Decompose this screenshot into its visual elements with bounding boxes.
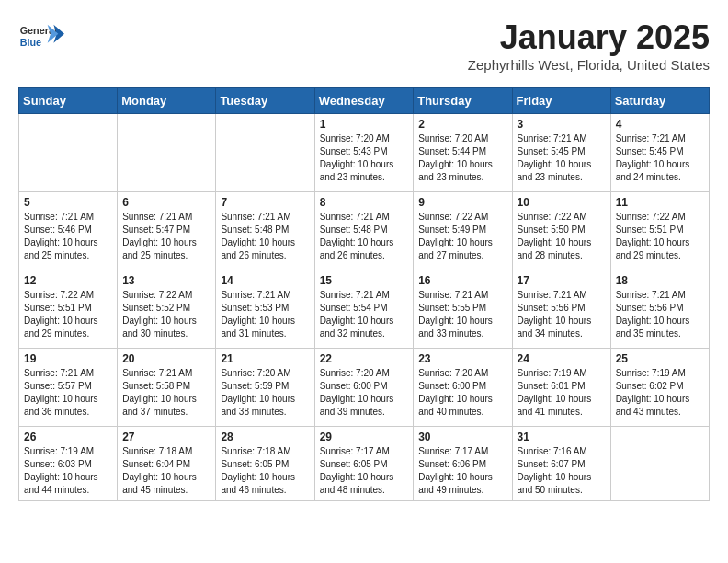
calendar-cell: 28Sunrise: 7:18 AM Sunset: 6:05 PM Dayli… [216,427,314,501]
day-info: Sunrise: 7:21 AM Sunset: 5:57 PM Dayligh… [24,367,112,419]
weekday-header-friday: Friday [512,88,610,114]
day-info: Sunrise: 7:18 AM Sunset: 6:05 PM Dayligh… [221,445,309,497]
calendar-cell: 12Sunrise: 7:22 AM Sunset: 5:51 PM Dayli… [19,270,118,349]
day-number: 8 [320,196,409,209]
location: Zephyrhills West, Florida, United States [468,57,710,73]
day-number: 1 [320,118,409,131]
calendar-cell: 11Sunrise: 7:22 AM Sunset: 5:51 PM Dayli… [610,192,709,270]
calendar-cell: 16Sunrise: 7:21 AM Sunset: 5:55 PM Dayli… [414,270,512,349]
week-row-1: 1Sunrise: 7:20 AM Sunset: 5:43 PM Daylig… [19,114,710,192]
day-number: 14 [221,274,309,287]
calendar-cell: 7Sunrise: 7:21 AM Sunset: 5:48 PM Daylig… [216,192,314,270]
title-block: January 2025 Zephyrhills West, Florida, … [468,18,710,73]
calendar-cell: 8Sunrise: 7:21 AM Sunset: 5:48 PM Daylig… [314,192,414,270]
day-number: 31 [518,431,606,443]
day-number: 3 [518,118,606,131]
day-number: 7 [221,196,309,209]
calendar-cell: 4Sunrise: 7:21 AM Sunset: 5:45 PM Daylig… [610,114,709,192]
day-info: Sunrise: 7:17 AM Sunset: 6:06 PM Dayligh… [418,445,506,497]
week-row-4: 19Sunrise: 7:21 AM Sunset: 5:57 PM Dayli… [19,349,710,427]
day-number: 28 [221,431,309,443]
month-title: January 2025 [468,18,710,57]
day-info: Sunrise: 7:21 AM Sunset: 5:58 PM Dayligh… [122,367,210,419]
day-info: Sunrise: 7:17 AM Sunset: 6:05 PM Dayligh… [320,445,409,497]
day-number: 29 [320,431,409,443]
day-number: 9 [418,196,506,209]
calendar-cell: 9Sunrise: 7:22 AM Sunset: 5:49 PM Daylig… [414,192,512,270]
calendar-cell: 18Sunrise: 7:21 AM Sunset: 5:56 PM Dayli… [610,270,709,349]
day-number: 10 [518,196,606,209]
day-info: Sunrise: 7:21 AM Sunset: 5:53 PM Dayligh… [221,289,309,340]
calendar-cell: 1Sunrise: 7:20 AM Sunset: 5:43 PM Daylig… [314,114,414,192]
day-number: 17 [518,274,606,287]
day-info: Sunrise: 7:21 AM Sunset: 5:55 PM Dayligh… [418,289,506,340]
day-info: Sunrise: 7:19 AM Sunset: 6:01 PM Dayligh… [518,367,606,419]
day-info: Sunrise: 7:21 AM Sunset: 5:47 PM Dayligh… [122,211,210,262]
calendar-cell: 26Sunrise: 7:19 AM Sunset: 6:03 PM Dayli… [19,427,118,501]
day-info: Sunrise: 7:16 AM Sunset: 6:07 PM Dayligh… [518,445,606,497]
weekday-header-sunday: Sunday [19,88,118,114]
day-number: 18 [616,274,704,287]
day-info: Sunrise: 7:22 AM Sunset: 5:50 PM Dayligh… [518,211,606,262]
day-info: Sunrise: 7:19 AM Sunset: 6:03 PM Dayligh… [24,445,112,497]
weekday-header-monday: Monday [118,88,216,114]
calendar-cell [19,114,118,192]
day-number: 12 [24,274,112,287]
calendar-cell: 30Sunrise: 7:17 AM Sunset: 6:06 PM Dayli… [414,427,512,501]
calendar-cell: 2Sunrise: 7:20 AM Sunset: 5:44 PM Daylig… [414,114,512,192]
calendar-cell: 5Sunrise: 7:21 AM Sunset: 5:46 PM Daylig… [19,192,118,270]
calendar-cell: 31Sunrise: 7:16 AM Sunset: 6:07 PM Dayli… [512,427,610,501]
day-info: Sunrise: 7:20 AM Sunset: 5:44 PM Dayligh… [418,132,506,184]
calendar-table: SundayMondayTuesdayWednesdayThursdayFrid… [18,87,710,501]
weekday-header-tuesday: Tuesday [216,88,314,114]
calendar-cell: 21Sunrise: 7:20 AM Sunset: 5:59 PM Dayli… [216,349,314,427]
page-header: General Blue January 2025 Zephyrhills We… [18,18,710,73]
day-number: 6 [122,196,210,209]
day-number: 26 [24,431,112,443]
calendar-cell: 29Sunrise: 7:17 AM Sunset: 6:05 PM Dayli… [314,427,414,501]
svg-text:Blue: Blue [20,37,41,48]
calendar-cell: 17Sunrise: 7:21 AM Sunset: 5:56 PM Dayli… [512,270,610,349]
day-info: Sunrise: 7:22 AM Sunset: 5:52 PM Dayligh… [122,289,210,340]
calendar-cell [216,114,314,192]
day-info: Sunrise: 7:21 AM Sunset: 5:54 PM Dayligh… [320,289,409,340]
calendar-cell [118,114,216,192]
day-number: 5 [24,196,112,209]
day-number: 11 [616,196,704,209]
week-row-2: 5Sunrise: 7:21 AM Sunset: 5:46 PM Daylig… [19,192,710,270]
day-number: 19 [24,352,112,365]
calendar-cell: 3Sunrise: 7:21 AM Sunset: 5:45 PM Daylig… [512,114,610,192]
day-info: Sunrise: 7:21 AM Sunset: 5:48 PM Dayligh… [320,211,409,262]
day-info: Sunrise: 7:21 AM Sunset: 5:48 PM Dayligh… [221,211,309,262]
calendar-cell: 27Sunrise: 7:18 AM Sunset: 6:04 PM Dayli… [118,427,216,501]
calendar-cell: 14Sunrise: 7:21 AM Sunset: 5:53 PM Dayli… [216,270,314,349]
day-number: 16 [418,274,506,287]
calendar-cell: 13Sunrise: 7:22 AM Sunset: 5:52 PM Dayli… [118,270,216,349]
day-number: 4 [616,118,704,131]
day-info: Sunrise: 7:18 AM Sunset: 6:04 PM Dayligh… [122,445,210,497]
calendar-cell: 25Sunrise: 7:19 AM Sunset: 6:02 PM Dayli… [610,349,709,427]
day-info: Sunrise: 7:21 AM Sunset: 5:45 PM Dayligh… [518,132,606,184]
logo-icon: General Blue [18,18,64,55]
day-info: Sunrise: 7:22 AM Sunset: 5:51 PM Dayligh… [24,289,112,340]
day-info: Sunrise: 7:21 AM Sunset: 5:46 PM Dayligh… [24,211,112,262]
day-number: 30 [418,431,506,443]
day-number: 27 [122,431,210,443]
weekday-header-row: SundayMondayTuesdayWednesdayThursdayFrid… [19,88,710,114]
weekday-header-wednesday: Wednesday [314,88,414,114]
day-info: Sunrise: 7:20 AM Sunset: 6:00 PM Dayligh… [320,367,409,419]
week-row-3: 12Sunrise: 7:22 AM Sunset: 5:51 PM Dayli… [19,270,710,349]
calendar-cell: 22Sunrise: 7:20 AM Sunset: 6:00 PM Dayli… [314,349,414,427]
calendar-cell: 10Sunrise: 7:22 AM Sunset: 5:50 PM Dayli… [512,192,610,270]
day-info: Sunrise: 7:20 AM Sunset: 5:59 PM Dayligh… [221,367,309,419]
day-number: 15 [320,274,409,287]
day-number: 13 [122,274,210,287]
logo: General Blue [18,18,64,55]
day-number: 23 [418,352,506,365]
calendar-cell: 20Sunrise: 7:21 AM Sunset: 5:58 PM Dayli… [118,349,216,427]
day-info: Sunrise: 7:21 AM Sunset: 5:56 PM Dayligh… [616,289,704,340]
day-info: Sunrise: 7:21 AM Sunset: 5:56 PM Dayligh… [518,289,606,340]
weekday-header-thursday: Thursday [414,88,512,114]
day-info: Sunrise: 7:22 AM Sunset: 5:51 PM Dayligh… [616,211,704,262]
day-info: Sunrise: 7:19 AM Sunset: 6:02 PM Dayligh… [616,367,704,419]
